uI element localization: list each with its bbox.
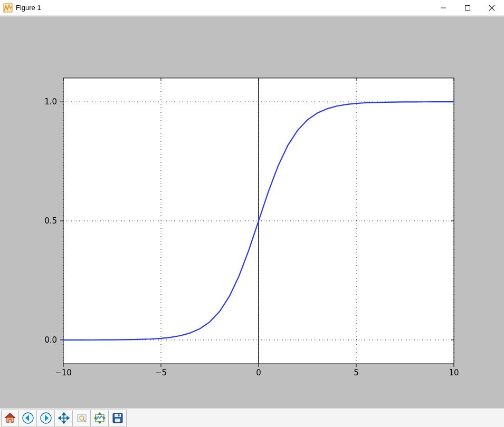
zoom-button[interactable] <box>73 410 91 426</box>
pan-move-icon <box>58 412 70 424</box>
svg-marker-14 <box>62 421 65 423</box>
maximize-button[interactable] <box>455 0 480 15</box>
subplots-button[interactable] <box>91 410 109 426</box>
xtick-label: 10 <box>449 368 459 377</box>
figure-window: Figure 1 −10−505100.00.51.0 <box>0 0 504 427</box>
forward-arrow-icon <box>40 412 52 424</box>
save-floppy-icon <box>111 412 124 424</box>
svg-marker-23 <box>94 417 96 419</box>
svg-marker-16 <box>67 416 69 420</box>
ytick-label: 0.0 <box>44 335 57 345</box>
matplotlib-app-icon <box>3 3 13 13</box>
plot-svg: −10−505100.00.51.0 <box>0 17 504 407</box>
svg-rect-2 <box>465 5 470 10</box>
subplots-config-icon <box>93 412 106 424</box>
svg-rect-27 <box>115 419 120 422</box>
back-arrow-icon <box>22 412 34 424</box>
svg-marker-6 <box>5 413 15 418</box>
pan-button[interactable] <box>55 410 73 426</box>
ytick-label: 0.5 <box>44 216 57 226</box>
ytick-label: 1.0 <box>44 97 57 106</box>
window-controls <box>431 0 504 15</box>
window-title: Figure 1 <box>16 4 41 12</box>
navigation-toolbar <box>0 408 504 427</box>
save-button[interactable] <box>109 410 127 426</box>
xtick-label: −10 <box>55 368 72 377</box>
svg-marker-15 <box>59 416 61 420</box>
home-button[interactable] <box>1 410 19 426</box>
svg-marker-22 <box>99 422 101 423</box>
xtick-label: 0 <box>256 368 261 377</box>
svg-marker-24 <box>103 417 105 419</box>
back-button[interactable] <box>19 410 37 426</box>
xtick-label: 5 <box>354 368 359 377</box>
close-button[interactable] <box>480 0 504 15</box>
zoom-rect-icon <box>75 412 88 424</box>
home-icon <box>4 412 16 424</box>
svg-marker-13 <box>62 413 65 415</box>
svg-rect-26 <box>115 414 121 417</box>
titlebar: Figure 1 <box>0 0 504 16</box>
xtick-label: −5 <box>155 368 167 377</box>
forward-button[interactable] <box>37 410 55 426</box>
svg-marker-21 <box>99 413 101 414</box>
plot-canvas-area[interactable]: −10−505100.00.51.0 <box>0 17 504 408</box>
svg-rect-28 <box>118 414 120 416</box>
minimize-button[interactable] <box>431 0 455 15</box>
